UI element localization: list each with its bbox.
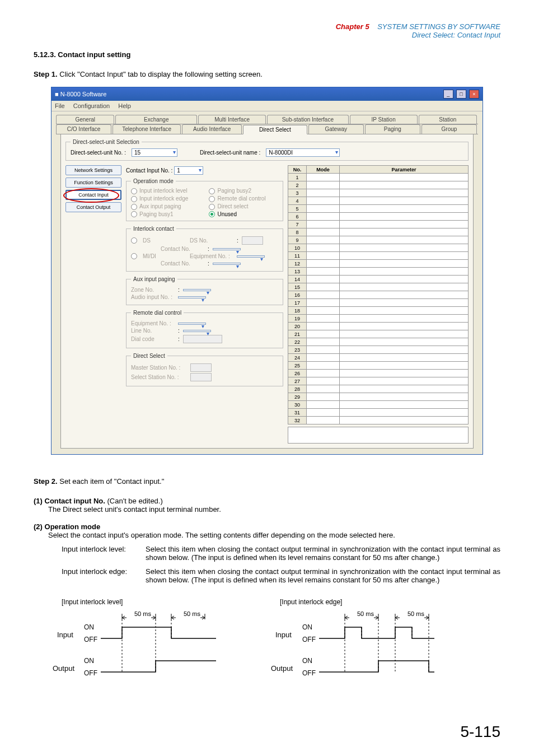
table-row[interactable]: 28 bbox=[288, 385, 468, 393]
cell-parameter bbox=[339, 338, 468, 346]
radio-paging-busy2[interactable]: Paging busy2 bbox=[209, 188, 278, 194]
table-row[interactable]: 24 bbox=[288, 354, 468, 362]
tab-telephone-interface[interactable]: Telephone Interface bbox=[113, 124, 181, 134]
table-row[interactable]: 12 bbox=[288, 260, 468, 268]
table-row[interactable]: 13 bbox=[288, 268, 468, 276]
line-no-combo[interactable] bbox=[183, 330, 211, 332]
cell-no: 10 bbox=[288, 244, 306, 252]
remote-legend: Remote dial control bbox=[131, 310, 184, 316]
tab-multi-interface[interactable]: Multi Interface bbox=[198, 115, 266, 124]
table-row[interactable]: 10 bbox=[288, 244, 468, 252]
item2-title: Operation mode bbox=[45, 522, 101, 531]
table-row[interactable]: 18 bbox=[288, 307, 468, 315]
radio-unused[interactable]: Unused bbox=[209, 211, 278, 218]
table-row[interactable]: 22 bbox=[288, 338, 468, 346]
menu-help[interactable]: Help bbox=[118, 102, 131, 109]
table-row[interactable]: 16 bbox=[288, 291, 468, 299]
th-no: No. bbox=[288, 166, 306, 174]
radio-remote-dial-control[interactable]: Remote dial control bbox=[209, 195, 278, 202]
audio-input-no-combo[interactable] bbox=[178, 296, 206, 298]
tab-direct-select[interactable]: Direct Select bbox=[243, 125, 307, 134]
interlock-contact-no-combo[interactable] bbox=[213, 248, 241, 250]
table-row[interactable]: 25 bbox=[288, 362, 468, 370]
table-row[interactable]: 31 bbox=[288, 409, 468, 417]
menu-file[interactable]: File bbox=[55, 102, 65, 109]
page-number: 5-115 bbox=[34, 723, 500, 741]
tab-group[interactable]: Group bbox=[421, 124, 477, 134]
radio-input-interlock-edge[interactable]: Input interlock edge bbox=[131, 195, 200, 202]
table-row[interactable]: 21 bbox=[288, 330, 468, 338]
table-row[interactable]: 3 bbox=[288, 189, 468, 197]
step2-text: Set each item of "Contact input." bbox=[59, 477, 164, 486]
tab-station[interactable]: Station bbox=[419, 115, 477, 124]
d-50ms-2: 50 ms bbox=[184, 610, 200, 617]
select-station-no-input[interactable] bbox=[190, 373, 212, 381]
main-panel: Direct-select-unit Selection Direct-sele… bbox=[60, 134, 474, 449]
table-row[interactable]: 26 bbox=[288, 370, 468, 377]
minimize-button[interactable]: _ bbox=[443, 90, 453, 99]
window-controls: _ □ × bbox=[442, 90, 479, 99]
dial-code-input[interactable] bbox=[183, 335, 222, 343]
tab-general[interactable]: General bbox=[56, 115, 114, 124]
zone-no-combo[interactable] bbox=[183, 289, 211, 291]
tab-substation-interface[interactable]: Sub-station Interface bbox=[267, 115, 349, 124]
master-station-no-input[interactable] bbox=[190, 363, 212, 372]
unit-no-combo[interactable]: 15 bbox=[132, 148, 177, 157]
maximize-button[interactable]: □ bbox=[456, 90, 466, 99]
cell-parameter bbox=[339, 417, 468, 424]
zone-no-label: Zone No. bbox=[131, 287, 175, 293]
table-row[interactable]: 8 bbox=[288, 228, 468, 236]
table-row[interactable]: 15 bbox=[288, 283, 468, 291]
tab-ip-station[interactable]: IP Station bbox=[350, 115, 418, 124]
radio-ds[interactable]: DS bbox=[143, 237, 186, 244]
table-row[interactable]: 4 bbox=[288, 197, 468, 205]
contact-input-no-combo[interactable]: 1 bbox=[174, 166, 203, 175]
step2-line: Step 2. Set each item of "Contact input.… bbox=[34, 477, 500, 486]
ds-no-input[interactable] bbox=[242, 236, 263, 245]
interlock-contact-no-combo2[interactable] bbox=[213, 263, 241, 265]
cell-no: 30 bbox=[288, 401, 306, 409]
unit-no-label: Direct-select-unit No. : bbox=[71, 150, 126, 156]
menu-configuration[interactable]: Configuration bbox=[73, 102, 110, 109]
table-row[interactable]: 23 bbox=[288, 346, 468, 354]
cell-parameter bbox=[339, 330, 468, 338]
radio-input-interlock-level[interactable]: Input interlock level bbox=[131, 188, 200, 194]
sidetab-function-settings[interactable]: Function Settings bbox=[65, 178, 121, 188]
table-row[interactable]: 14 bbox=[288, 276, 468, 283]
table-row[interactable]: 17 bbox=[288, 299, 468, 307]
close-button[interactable]: × bbox=[469, 90, 479, 99]
cell-mode bbox=[306, 338, 339, 346]
tab-paging[interactable]: Paging bbox=[365, 124, 420, 134]
equipment-no-combo[interactable] bbox=[237, 255, 265, 258]
table-row[interactable]: 20 bbox=[288, 323, 468, 330]
table-row[interactable]: 29 bbox=[288, 393, 468, 401]
sidetab-network-settings[interactable]: Network Settings bbox=[65, 165, 121, 175]
desc-row-1: Input interlock level: Select this item … bbox=[62, 545, 500, 562]
tab-gateway[interactable]: Gateway bbox=[308, 124, 364, 134]
app-window: ■ N-8000 Software _ □ × File Configurati… bbox=[51, 87, 483, 455]
remote-equipment-no-combo[interactable] bbox=[178, 323, 206, 325]
table-row[interactable]: 32 bbox=[288, 417, 468, 424]
table-row[interactable]: 6 bbox=[288, 213, 468, 221]
sidetab-contact-input[interactable]: Contact Input bbox=[65, 190, 121, 200]
radio-direct-select[interactable]: Direct select bbox=[209, 203, 278, 210]
table-row[interactable]: 11 bbox=[288, 252, 468, 260]
table-row[interactable]: 2 bbox=[288, 181, 468, 189]
table-row[interactable]: 30 bbox=[288, 401, 468, 409]
cell-no: 15 bbox=[288, 283, 306, 291]
radio-paging-busy1[interactable]: Paging busy1 bbox=[131, 211, 200, 218]
table-row[interactable]: 1 bbox=[288, 174, 468, 181]
table-row[interactable]: 9 bbox=[288, 236, 468, 244]
radio-midi[interactable]: MI/DI bbox=[143, 253, 186, 259]
table-row[interactable]: 5 bbox=[288, 205, 468, 213]
tab-exchange[interactable]: Exchange bbox=[115, 115, 197, 124]
table-row[interactable]: 19 bbox=[288, 315, 468, 323]
titlebar[interactable]: ■ N-8000 Software _ □ × bbox=[51, 87, 483, 101]
radio-aux-input-paging[interactable]: Aux input paging bbox=[131, 203, 200, 210]
unit-name-combo[interactable]: N-8000DI bbox=[266, 148, 340, 157]
tab-co-interface[interactable]: C/O Interface bbox=[56, 124, 111, 134]
table-row[interactable]: 7 bbox=[288, 221, 468, 228]
table-row[interactable]: 27 bbox=[288, 377, 468, 385]
sidetab-contact-output[interactable]: Contact Output bbox=[65, 202, 121, 212]
tab-audio-interface[interactable]: Audio Interface bbox=[182, 124, 242, 134]
